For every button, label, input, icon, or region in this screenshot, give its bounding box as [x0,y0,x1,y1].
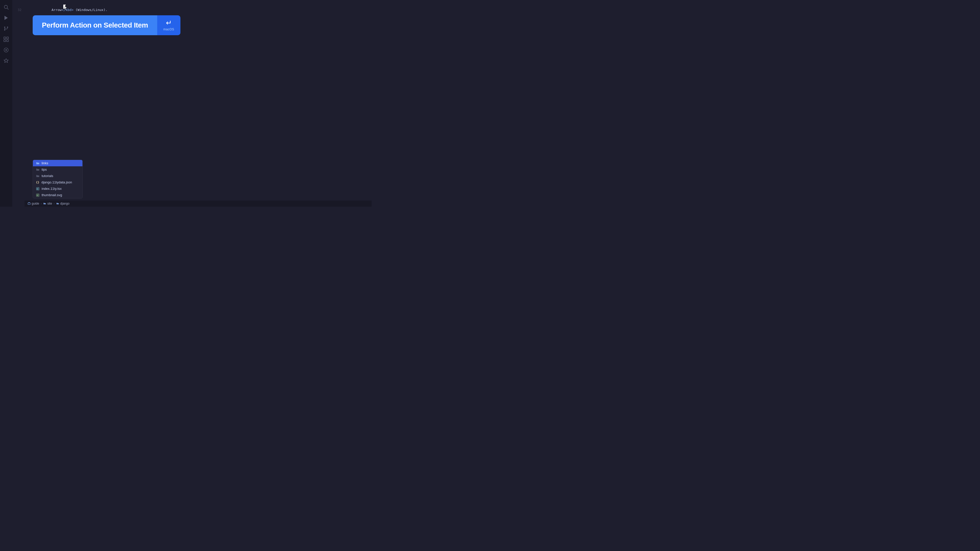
svg-rect-17 [28,203,30,205]
file-tree-label: links [41,161,48,165]
folder-breadcrumb-icon-1 [43,202,46,205]
shortcut-key-os: macOS [163,27,174,31]
file-tree-panel: links tips tutoria [33,160,83,198]
file-tree-item-tips[interactable]: tips [33,166,83,173]
sidebar-item-search[interactable] [1,2,11,12]
activity-bar [0,0,12,206]
svg-point-4 [7,27,8,28]
svg-rect-10 [6,40,8,41]
main-area: 32 Arrow</kbd> (Windows/Linux). Perform … [12,0,372,206]
svg-point-5 [4,29,5,30]
svg-rect-7 [4,37,6,39]
breadcrumb-sep-1: › [41,202,41,205]
editor-area: 32 Arrow</kbd> (Windows/Linux). Perform … [12,0,372,206]
line-number: 32 [12,8,25,13]
shortcut-label: Perform Action on Selected Item [33,15,157,35]
svg-point-0 [4,5,8,9]
shortcut-key-symbol: ↵ [166,19,172,27]
sidebar-item-run[interactable] [1,13,11,23]
file-tree-label: thumbnail.svg [41,193,62,197]
file-tree-label: tutorials [41,174,53,178]
svg-marker-2 [5,16,8,20]
folder-icon [36,174,40,178]
svg-rect-9 [4,40,6,41]
file-tree-item-json[interactable]: {} django.11tydata.json [33,179,83,186]
file-tree-item-links[interactable]: links [33,160,83,166]
folder-breadcrumb-icon-2 [56,202,59,205]
svg-line-1 [7,8,8,10]
tsx-file-icon: ⚙ [36,187,40,191]
svg-point-3 [4,27,5,28]
svg-rect-8 [6,37,8,39]
breadcrumb-sep-2: › [54,202,55,205]
file-tree-item-tutorials[interactable]: tutorials [33,173,83,179]
sidebar-item-git[interactable] [1,56,11,66]
breadcrumb: guide › site › django [27,202,69,205]
sidebar-item-extensions[interactable] [1,34,11,44]
folder-icon [36,168,40,171]
app-container: 32 Arrow</kbd> (Windows/Linux). Perform … [0,0,372,206]
workspace-icon [27,202,30,205]
file-tree-label: index.11ty.tsx [41,187,62,191]
shortcut-key-badge: ↵ macOS [157,15,180,35]
svg-point-12 [5,49,7,51]
breadcrumb-guide: guide [32,202,39,205]
shortcut-overlay: Perform Action on Selected Item ↵ macOS [33,15,180,35]
file-tree-label: tips [41,168,47,171]
file-tree-label: django.11tydata.json [41,180,72,184]
file-tree-item-svg[interactable]: ⚙ thumbnail.svg [33,192,83,198]
sidebar-item-remote[interactable] [1,45,11,55]
json-file-icon: {} [36,181,39,184]
file-tree-item-tsx[interactable]: ⚙ index.11ty.tsx [33,186,83,192]
sidebar-item-source-control[interactable] [1,24,11,34]
status-bar: guide › site › django [24,200,372,206]
breadcrumb-site: site [47,202,52,205]
folder-icon [36,162,40,165]
breadcrumb-django: django [60,202,69,205]
svg-file-icon: ⚙ [36,193,40,197]
